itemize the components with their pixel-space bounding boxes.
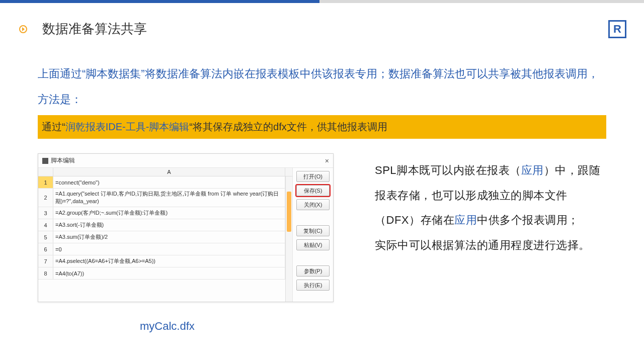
grid-row[interactable]: 6 =0 [38, 243, 285, 255]
p1-a: SPL脚本既可以内嵌在报表（ [375, 164, 521, 176]
app-icon [42, 158, 48, 164]
editor-caption: myCalc.dfx [140, 320, 195, 333]
paste-button[interactable]: 粘贴(V) [296, 239, 330, 250]
script-editor-dialog: 脚本编辑 × A 1 =connect("demo") 2 =A1.query(… [38, 153, 334, 302]
dialog-titlebar: 脚本编辑 × [38, 154, 333, 168]
explanation-text: SPL脚本既可以内嵌在报表（应用）中，跟随报表存储，也可以形成独立的脚本文件（D… [375, 158, 611, 257]
save-button[interactable]: 保存(S) [296, 185, 330, 196]
row-number[interactable]: 4 [38, 219, 53, 231]
top-accent-bar [0, 0, 644, 3]
cell-a3[interactable]: =A2.group(客户ID;~.sum(订单金额):订单金额) [53, 207, 285, 219]
cell-a8[interactable]: =A4(to(A7)) [53, 267, 285, 279]
banner-pre: 通过“ [42, 121, 65, 132]
page-title: 数据准备算法共享 [42, 20, 147, 38]
grid-row[interactable]: 1 =connect("demo") [38, 176, 285, 189]
cell-a1[interactable]: =connect("demo") [53, 176, 285, 188]
row-number[interactable]: 5 [38, 231, 53, 243]
close-icon[interactable]: × [325, 157, 329, 165]
script-grid: A 1 =connect("demo") 2 =A1.query("select… [38, 168, 293, 302]
link-app-1[interactable]: 应用 [521, 164, 544, 176]
p1-c: 中供多个报表调用； [477, 214, 579, 226]
grid-row[interactable]: 2 =A1.query("select 订单ID,客户ID,订购日期,货主地区,… [38, 189, 285, 207]
close-button[interactable]: 关闭(X) [296, 199, 330, 210]
copy-button[interactable]: 复制(C) [296, 225, 330, 236]
cell-a5[interactable]: =A3.sum(订单金额)/2 [53, 231, 285, 243]
cell-a7[interactable]: =A4.pselect((A6=A6+订单金额,A6>=A5)) [53, 255, 285, 267]
row-number[interactable]: 1 [38, 176, 53, 188]
grid-row[interactable]: 5 =A3.sum(订单金额)/2 [38, 231, 285, 243]
row-number[interactable]: 8 [38, 267, 53, 279]
banner-highlight: 润乾报表IDE-工具-脚本编辑 [65, 121, 190, 132]
column-a-header[interactable]: A [53, 168, 285, 176]
row-number[interactable]: 6 [38, 243, 53, 255]
dialog-title: 脚本编辑 [51, 156, 75, 165]
run-button[interactable]: 执行(E) [296, 280, 330, 291]
grid-row[interactable]: 4 =A3.sort(-订单金额) [38, 219, 285, 231]
row-number[interactable]: 2 [38, 189, 53, 207]
grid-header: A [38, 168, 292, 176]
grid-row[interactable]: 7 =A4.pselect((A6=A6+订单金额,A6>=A5)) [38, 255, 285, 267]
params-button[interactable]: 参数(P) [296, 265, 330, 277]
row-number[interactable]: 3 [38, 207, 53, 219]
vertical-scrollbar[interactable] [285, 176, 292, 302]
banner-post: “将其保存成独立的dfx文件，供其他报表调用 [189, 121, 387, 132]
brand-logo: R [608, 20, 626, 38]
dialog-side-buttons: 打开(O) 保存(S) 关闭(X) 复制(C) 粘贴(V) 参数(P) 执行(E… [293, 168, 333, 302]
cell-a4[interactable]: =A3.sort(-订单金额) [53, 219, 285, 231]
highlight-banner: 通过“润乾报表IDE-工具-脚本编辑“将其保存成独立的dfx文件，供其他报表调用 [38, 115, 606, 139]
open-button[interactable]: 打开(O) [296, 171, 330, 182]
p2: 实际中可以根据算法的通用程度进行选择。 [375, 239, 590, 251]
row-number[interactable]: 7 [38, 255, 53, 267]
grid-row[interactable]: 8 =A4(to(A7)) [38, 267, 285, 280]
grid-row[interactable]: 3 =A2.group(客户ID;~.sum(订单金额):订单金额) [38, 207, 285, 219]
bullet-icon [19, 25, 27, 33]
link-app-2[interactable]: 应用 [454, 214, 477, 226]
cell-a6[interactable]: =0 [53, 243, 285, 255]
intro-paragraph: 上面通过“脚本数据集”将数据准备算法内嵌在报表模板中供该报表专用；数据准备算法也… [38, 61, 601, 112]
cell-a2[interactable]: =A1.query("select 订单ID,客户ID,订购日期,货主地区,订单… [53, 189, 285, 207]
